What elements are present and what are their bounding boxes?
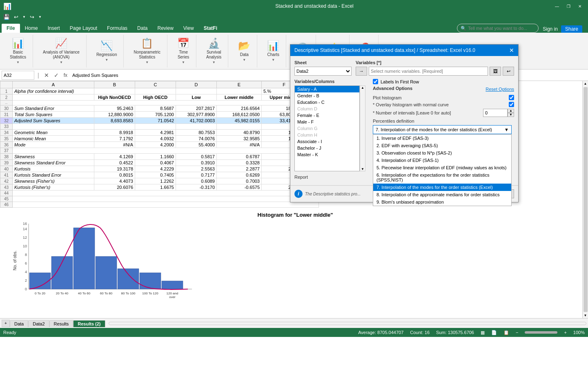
cell-a43[interactable]: Kurtosis (Fisher's) [13,184,94,191]
cell-a30[interactable]: Sum Standard Error [13,105,94,112]
cell-d36[interactable]: 55.4000 [176,142,217,148]
cell-d42[interactable]: 0.6089 [176,178,217,184]
save-qat-button[interactable]: 💾 [2,14,11,20]
col-header-e[interactable]: E [217,81,262,88]
spinner-up-button[interactable]: ▲ [508,109,514,113]
col-header-a[interactable]: A [13,81,94,88]
dropdown-option-7[interactable]: 7. Interpolation of the modes for the or… [373,184,511,191]
cell-c34[interactable]: 4.2981 [135,130,176,136]
cell-a2[interactable] [13,94,94,101]
cell-c40[interactable]: 4.2229 [135,166,176,172]
cell-a39[interactable]: Skewness Standard Error [13,160,94,166]
cell-e38[interactable]: 0.6787 [217,154,262,160]
cell-d35[interactable]: 74.0076 [176,136,217,142]
dropdown-option-5[interactable]: 5. Piecewise linear interpolation of EDF… [373,164,511,171]
cell-a31[interactable]: Total Sum Squares [13,112,94,118]
cell-a42[interactable]: Skewness (Fisher's) [13,178,94,184]
cell-a40[interactable]: Kurtosis [13,166,94,172]
cell-d39[interactable]: 0.3910 [176,160,217,166]
cell-b31[interactable]: 12,880.9000 [94,112,135,118]
labels-first-row-checkbox[interactable] [373,79,378,84]
tab-statfi[interactable]: StatFi [199,24,222,33]
cell-c32[interactable]: 71.0542 [135,118,176,124]
cell-e32[interactable]: 45,982.0155 [217,118,262,124]
cell-a36[interactable]: Mode [13,142,94,148]
charts-button[interactable]: 📊 Charts ▼ [265,39,282,63]
new-sheet-button[interactable]: + [2,320,10,327]
plot-histogram-checkbox[interactable] [509,95,514,100]
cell-e1[interactable] [217,88,262,94]
cell-e35[interactable]: 32.9585 [217,136,262,142]
spinner-down-button[interactable]: ▼ [508,113,514,117]
data-button[interactable]: 📂 Data ▼ [236,39,253,63]
variables-listbox[interactable]: Salary - A Gender - B Education - C Colu… [294,85,360,171]
view-layout-icon[interactable]: 📄 [491,330,497,335]
list-item[interactable]: Education - C [295,99,359,105]
dropdown-option-2[interactable]: 2. EDF with averaging (SAS-5) [373,142,511,149]
cell-e36[interactable]: #N/A [217,142,262,148]
cell-b42[interactable]: 4.4073 [94,178,135,184]
list-item[interactable]: Salary - A [295,86,359,92]
cell-e33[interactable] [217,124,262,130]
cell-c2[interactable]: High OECD [135,94,176,101]
cell-e31[interactable]: 168,612.0500 [217,112,262,118]
cell-d30[interactable]: 207.2817 [176,105,217,112]
cell-d31[interactable]: 302,977.8900 [176,112,217,118]
regression-button[interactable]: 📉 Regression ▼ [94,39,120,63]
list-item[interactable]: Female - E [295,112,359,119]
dropdown-option-8[interactable]: 8. Interpolation of the approximate medi… [373,191,511,198]
sheet-tab-data[interactable]: Data [10,320,28,327]
cell-a1[interactable]: Alpha (for confidence interval) [13,88,94,94]
sign-in-button[interactable]: Sign in [543,26,558,32]
maximize-button[interactable]: ❐ [564,2,573,10]
survival-analysis-button[interactable]: 🔬 SurvivalAnalysis ▼ [204,37,224,65]
cell-c43[interactable]: 1.6675 [135,184,176,191]
cell-b1[interactable] [94,88,135,94]
sheet-tab-results2[interactable]: Results (2) [73,320,105,327]
cancel-formula-icon[interactable]: ✕ [42,72,51,79]
enter-formula-icon[interactable]: ✓ [52,72,60,79]
dropdown-option-1[interactable]: 1. Inverse of EDF (SAS-3) [373,135,511,142]
vertical-scrollbar[interactable]: ▲ ▼ [582,81,588,318]
tab-review[interactable]: Review [152,24,178,33]
dropdown-option-3[interactable]: 3. Observation closest to N*p (SAS-2) [373,149,511,157]
time-series-button[interactable]: 📅 TimeSeries ▼ [175,37,192,65]
var-icon-btn-1[interactable]: 🖼 [490,67,501,76]
cell-d34[interactable]: 80.7553 [176,130,217,136]
percentiles-dropdown-button[interactable]: 7. Interpolation of the modes for the or… [373,125,512,134]
share-button[interactable]: Share [561,25,582,33]
tab-file[interactable]: File [2,24,20,33]
list-item[interactable]: Column D [295,105,359,112]
cell-e43[interactable]: -0.6575 [217,184,262,191]
cell-b33[interactable] [94,124,135,130]
cell-c31[interactable]: 705.1200 [135,112,176,118]
var-icon-btn-2[interactable]: ↩ [503,67,514,76]
cell-c39[interactable]: 0.4067 [135,160,176,166]
list-item[interactable]: Male - F [295,119,359,125]
view-pagebreak-icon[interactable]: 📋 [503,330,509,335]
cell-b41[interactable]: 0.8015 [94,172,135,178]
arrow-right-button[interactable]: → [356,67,367,76]
cell-d1[interactable] [176,88,217,94]
undo-qat-button[interactable]: ↩ [12,14,20,20]
zoom-in-icon[interactable]: + [564,330,566,335]
cell-b43[interactable]: 20.6076 [94,184,135,191]
reset-options-link[interactable]: Reset Options [486,87,514,92]
tell-me-input[interactable]: 🔍 Tell me what you want to do... [457,24,539,33]
cell-a35[interactable]: Harmonic Mean [13,136,94,142]
cell-a34[interactable]: Geometric Mean [13,130,94,136]
sheet-dropdown[interactable]: Data2 [294,67,352,76]
dropdown-option-9[interactable]: 9. Blom's unbiased approximation [373,198,511,206]
list-item[interactable]: Gender - B [295,92,359,99]
cell-d2[interactable]: Low [176,94,217,101]
cell-a33[interactable] [13,124,94,130]
cell-a38[interactable]: Skewness [13,154,94,160]
dropdown-option-6[interactable]: 6. Interpolation of the expectations for… [373,171,511,184]
cell-b38[interactable]: 4.1269 [94,154,135,160]
horizontal-scrollbar[interactable] [109,322,586,325]
col-header-b[interactable]: B [94,81,135,88]
minimize-button[interactable]: — [552,2,562,10]
cell-b36[interactable]: #N/A [94,142,135,148]
view-normal-icon[interactable]: ▦ [481,330,485,335]
col-header-c[interactable]: C [135,81,176,88]
